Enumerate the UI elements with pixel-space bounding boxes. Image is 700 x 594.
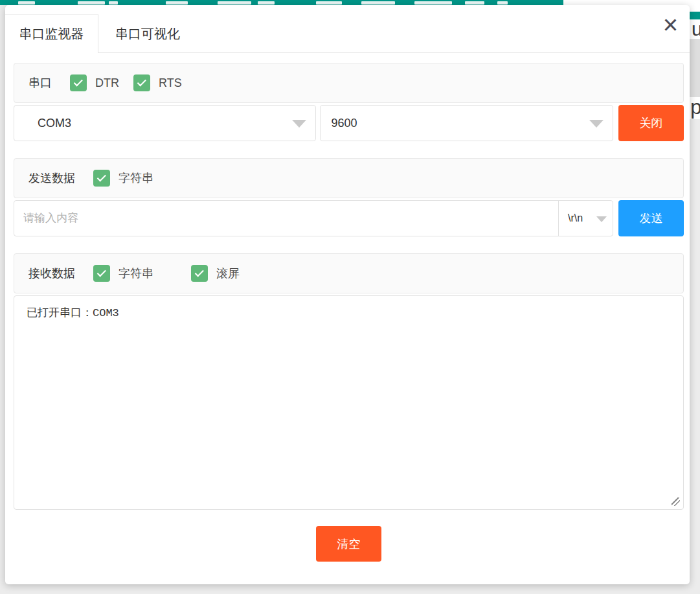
serial-section-label: 串口 (28, 75, 52, 91)
toolbar-text-fragment (78, 1, 105, 5)
send-row: \r\n 发送 (14, 200, 684, 236)
baud-select-value: 9600 (332, 117, 357, 130)
receive-output-prefix: 已打开串口： (27, 306, 93, 319)
background-toolbar (0, 0, 563, 5)
send-input-group: \r\n (14, 200, 613, 236)
send-string-checkbox-label: 字符串 (119, 170, 153, 186)
port-select[interactable]: COM3 (14, 105, 316, 141)
dtr-checkbox[interactable] (70, 74, 87, 91)
close-icon[interactable]: × (663, 10, 678, 39)
toolbar-text-fragment (258, 1, 275, 5)
receive-string-checkbox-label: 字符串 (119, 266, 153, 281)
rts-checkbox[interactable] (133, 74, 150, 91)
send-button[interactable]: 发送 (618, 200, 684, 236)
dtr-checkbox-group: DTR (70, 74, 119, 91)
toolbar-text-fragment (18, 1, 35, 5)
line-ending-value: \r\n (568, 212, 583, 224)
toolbar-text-fragment (218, 1, 251, 5)
dialog-content: 串口 DTR RTS COM3 9600 (5, 53, 690, 562)
receive-output-value: COM3 (93, 307, 119, 319)
line-ending-select[interactable]: \r\n (558, 201, 613, 236)
toolbar-text-fragment (316, 1, 342, 5)
receive-section-label: 接收数据 (28, 266, 75, 281)
check-icon (96, 172, 106, 181)
check-icon (194, 268, 203, 277)
check-icon (73, 77, 82, 86)
toolbar-text-fragment (465, 1, 484, 5)
serial-monitor-dialog: 串口监视器 串口可视化 × 串口 DTR RTS COM3 (5, 5, 690, 584)
close-port-button[interactable]: 关闭 (618, 105, 684, 141)
send-section-header: 发送数据 字符串 (14, 158, 684, 198)
receive-string-checkbox-group: 字符串 (93, 265, 153, 282)
send-input[interactable] (14, 201, 558, 236)
port-select-value: COM3 (38, 117, 71, 130)
resize-handle[interactable] (672, 497, 680, 506)
baud-select[interactable]: 9600 (320, 105, 614, 141)
send-section-label: 发送数据 (28, 170, 75, 186)
receive-string-checkbox[interactable] (93, 265, 110, 282)
toolbar-text-fragment (361, 1, 395, 5)
clear-button[interactable]: 清空 (316, 526, 381, 562)
toolbar-text-fragment (497, 1, 508, 5)
clear-button-row: 清空 (14, 526, 684, 562)
rts-checkbox-group: RTS (133, 74, 182, 91)
scroll-checkbox-group: 滚屏 (191, 265, 240, 282)
chevron-down-icon (292, 120, 306, 128)
serial-section-header: 串口 DTR RTS (14, 63, 684, 103)
send-string-checkbox[interactable] (93, 170, 110, 187)
check-icon (96, 268, 106, 277)
scroll-checkbox[interactable] (191, 265, 208, 282)
send-string-checkbox-group: 字符串 (93, 170, 153, 187)
check-icon (137, 77, 146, 86)
chevron-down-icon (596, 216, 607, 222)
receive-output-area[interactable]: 已打开串口：COM3 (14, 295, 684, 510)
tab-serial-monitor[interactable]: 串口监视器 (5, 14, 98, 53)
toolbar-text-fragment (166, 1, 188, 5)
rts-checkbox-label: RTS (159, 76, 182, 90)
scroll-checkbox-label: 滚屏 (216, 266, 240, 281)
toolbar-text-fragment (414, 1, 452, 5)
toolbar-text-fragment (109, 1, 118, 5)
chevron-down-icon (589, 120, 604, 128)
tab-serial-visualization[interactable]: 串口可视化 (98, 14, 197, 53)
serial-port-row: COM3 9600 关闭 (14, 105, 684, 141)
dtr-checkbox-label: DTR (95, 76, 119, 90)
receive-section-header: 接收数据 字符串 滚屏 (14, 253, 684, 293)
tab-bar: 串口监视器 串口可视化 × (5, 5, 690, 53)
